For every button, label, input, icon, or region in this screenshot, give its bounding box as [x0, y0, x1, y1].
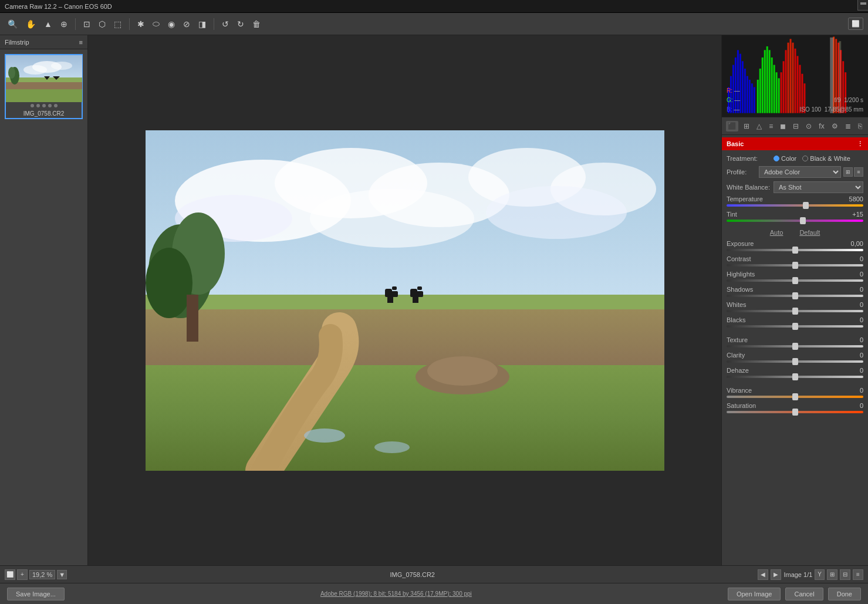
shadows-thumb[interactable] — [792, 292, 798, 299]
treatment-color-option[interactable]: Color — [774, 155, 796, 162]
compare-btn[interactable]: ⊟ — [840, 569, 850, 580]
exposure-value: 0,00 — [851, 240, 863, 247]
fit-view-btn[interactable]: ⬜ — [5, 569, 15, 580]
svg-rect-2 — [6, 82, 82, 90]
blacks-value: 0 — [860, 316, 863, 323]
detail-panel-icon[interactable]: ⊟ — [791, 121, 801, 131]
svg-rect-54 — [754, 87, 755, 113]
basic-section-header: Basic ⋮ — [722, 137, 868, 150]
contrast-thumb[interactable] — [792, 262, 798, 269]
treatment-bw-radio[interactable] — [802, 156, 808, 161]
content-area: Filmstrip ≡ — [0, 35, 868, 565]
redeye-tool[interactable]: ⊘ — [180, 18, 193, 31]
heal-tool[interactable]: ⬡ — [96, 18, 109, 31]
next-image-btn[interactable]: ▶ — [771, 569, 781, 580]
clarity-thumb[interactable] — [792, 358, 798, 365]
gradient-tool[interactable]: ⬭ — [150, 17, 163, 31]
blacks-thumb[interactable] — [792, 323, 798, 330]
profile-dropdown[interactable]: Adobe Color Adobe Landscape Adobe Portra… — [759, 166, 841, 178]
treatment-bw-option[interactable]: Black & White — [802, 155, 850, 162]
whites-value: 0 — [860, 301, 863, 308]
section-menu-icon[interactable]: ⋮ — [857, 140, 863, 148]
clarity-slider-row: Clarity 0 — [722, 351, 868, 366]
svg-rect-61 — [771, 58, 773, 113]
zoom-tool[interactable]: 🔍 — [5, 18, 21, 31]
image-canvas-area — [88, 35, 721, 565]
shadows-track — [727, 295, 863, 297]
svg-point-38 — [427, 356, 498, 386]
hand-tool[interactable]: ✋ — [23, 18, 39, 31]
blacks-slider-row: Blacks 0 — [722, 316, 868, 331]
grid-view-btn[interactable]: ⊞ — [827, 569, 837, 580]
fx-panel-icon[interactable]: fx — [817, 121, 826, 131]
thumbnail-image — [6, 55, 82, 102]
main-photo — [146, 130, 664, 471]
svg-rect-60 — [769, 50, 771, 113]
temperature-thumb[interactable] — [803, 202, 809, 209]
open-image-button[interactable]: Open Image — [728, 588, 781, 600]
wb-tool[interactable]: ▲ — [41, 18, 55, 31]
save-image-button[interactable]: Save Image... — [7, 588, 65, 600]
y-button[interactable]: Y — [815, 569, 825, 580]
snapshots-tool[interactable]: ◨ — [195, 18, 209, 31]
range-mask-tool[interactable]: ◉ — [165, 18, 178, 31]
presets-panel-icon[interactable]: ≣ — [843, 121, 853, 131]
delete-tool[interactable]: 🗑 — [249, 18, 264, 31]
hsl-panel-icon[interactable]: ≡ — [767, 121, 775, 131]
saturation-thumb[interactable] — [792, 409, 798, 416]
dot-2 — [36, 104, 40, 107]
basic-panel-icon[interactable]: ⊞ — [742, 121, 751, 131]
treatment-color-radio[interactable] — [774, 156, 779, 161]
snapshots-panel-icon[interactable]: ⎘ — [856, 121, 864, 131]
color-panel-icon[interactable]: ◼ — [778, 121, 788, 131]
footer-info[interactable]: Adobe RGB (1998); 8 bit; 5184 by 3456 (1… — [320, 590, 472, 597]
svg-rect-70 — [792, 43, 794, 113]
b-label: B: — — [727, 105, 740, 114]
lens-panel-icon[interactable]: ⊙ — [804, 121, 813, 131]
brush-tool[interactable]: ✱ — [134, 18, 147, 31]
crop-tool[interactable]: ⊡ — [80, 18, 93, 31]
nav-controls: ◀ ▶ Image 1/1 Y ⊞ ⊟ ≡ — [758, 569, 863, 580]
tint-thumb[interactable] — [800, 217, 806, 224]
gap-3 — [722, 417, 868, 421]
filmstrip-header: Filmstrip ≡ — [0, 35, 87, 49]
right-panel: R: — G: — B: — f/9 1/200 s ISO 100 17-85… — [721, 35, 868, 565]
calibration-panel-icon[interactable]: ⚙ — [830, 121, 840, 131]
highlights-thumb[interactable] — [792, 277, 798, 284]
default-button[interactable]: Default — [797, 228, 822, 237]
color-sample-tool[interactable]: ⊕ — [58, 18, 70, 31]
titlebar: Camera Raw 12.2 – Canon EOS 60D — [0, 0, 868, 13]
prev-image-btn[interactable]: ◀ — [758, 569, 768, 580]
cancel-button[interactable]: Cancel — [785, 588, 823, 600]
filmstrip-thumbnail[interactable]: IMG_0758.CR2 — [5, 54, 83, 119]
zoom-plus-btn[interactable]: + — [17, 569, 28, 580]
treatment-bw-label: Black & White — [810, 155, 850, 162]
transform-tool[interactable]: ⬚ — [111, 18, 124, 31]
svg-rect-68 — [788, 43, 789, 113]
zoom-dropdown-btn[interactable]: ▼ — [57, 570, 67, 579]
auto-button[interactable]: Auto — [768, 228, 786, 237]
bottom-bar: ⬜ + 19,2 % ▼ IMG_0758.CR2 ◀ ▶ Image 1/1 … — [0, 565, 868, 583]
done-button[interactable]: Done — [828, 588, 861, 600]
wb-dropdown[interactable]: As Shot Auto Daylight Cloudy Shade Tungs… — [774, 181, 863, 193]
texture-thumb[interactable] — [792, 343, 798, 350]
profile-grid-icon[interactable]: ⊞ — [843, 167, 853, 177]
fullscreen-tool[interactable]: ⬜ — [848, 18, 863, 30]
svg-rect-59 — [766, 46, 768, 113]
whites-slider-row: Whites 0 — [722, 301, 868, 316]
footer-left: Save Image... — [7, 588, 65, 600]
svg-point-18 — [310, 189, 474, 248]
histogram-tool-icon[interactable]: ⬛ — [726, 121, 738, 131]
tonal-panel-icon[interactable]: △ — [755, 121, 764, 131]
vibrance-thumb[interactable] — [792, 393, 798, 400]
exposure-thumb[interactable] — [792, 247, 798, 254]
rotate-right-tool[interactable]: ↻ — [234, 18, 247, 31]
separator-3 — [214, 18, 214, 30]
profile-list-icon[interactable]: ≡ — [854, 167, 863, 177]
dehaze-thumb[interactable] — [792, 373, 798, 380]
profile-row: Profile: Adobe Color Adobe Landscape Ado… — [722, 164, 868, 180]
whites-thumb[interactable] — [792, 308, 798, 315]
slideshow-btn[interactable]: ≡ — [853, 569, 863, 580]
filmstrip-menu-icon[interactable]: ≡ — [79, 39, 83, 46]
rotate-left-tool[interactable]: ↺ — [219, 18, 232, 31]
